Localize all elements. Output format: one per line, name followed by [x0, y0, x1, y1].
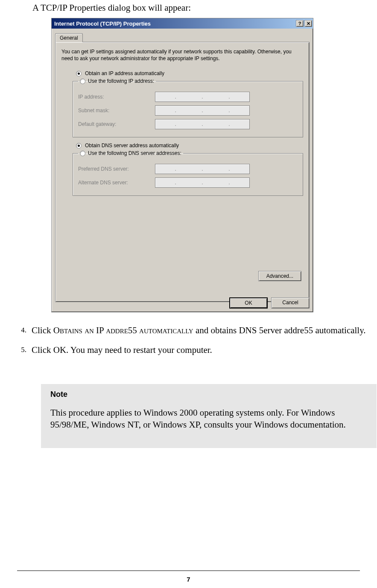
step-4: 4. Click Obtains an IP addre55 automatic… [17, 324, 367, 336]
page-number: 7 [0, 576, 377, 583]
label-preferred-dns: Preferred DNS server: [78, 166, 155, 172]
step-emphasis: Obtains an IP addre55 automatically [53, 325, 196, 335]
radio-ip-manual[interactable]: Use the following IP address: [78, 78, 156, 84]
step-emphasis: OK [53, 345, 66, 355]
radio-dns-auto[interactable]: Obtain DNS server address automatically [76, 143, 303, 148]
step-5: 5. Click OK. You may need to restart you… [17, 344, 367, 356]
cancel-button[interactable]: Cancel [271, 297, 310, 309]
radio-label: Use the following IP address: [88, 78, 154, 84]
subnet-mask-field: ... [155, 105, 250, 116]
note-title: Note [41, 384, 377, 403]
step-text: Click [32, 345, 53, 355]
radio-icon [76, 71, 82, 76]
help-icon[interactable]: ? [296, 20, 304, 27]
dialog-body: General You can get IP settings assigned… [52, 29, 313, 306]
radio-label: Obtain DNS server address automatically [85, 143, 179, 148]
dialog-description: You can get IP settings assigned automat… [61, 48, 303, 62]
step-number: 5. [17, 344, 26, 356]
radio-label: Obtain an IP address automatically [85, 70, 164, 76]
radio-icon [80, 79, 85, 84]
label-subnet-mask: Subnet mask: [78, 108, 155, 114]
document-page: A TCP/IP Properties dialog box will appe… [0, 0, 377, 588]
step-text: and obtains DNS 5erver addre55 automatic… [196, 325, 366, 335]
tab-general[interactable]: General [55, 33, 83, 42]
label-alternate-dns: Alternate DNS server: [78, 180, 155, 186]
footer-rule [17, 571, 360, 571]
step-number: 4. [17, 324, 26, 336]
note-box: Note This procedure applies to Windows 2… [41, 384, 377, 448]
group-ip-manual: Use the following IP address: IP address… [73, 78, 303, 137]
tcpip-properties-dialog: Internet Protocol (TCP/IP) Properties ? … [51, 18, 313, 312]
advanced-button[interactable]: Advanced... [258, 271, 301, 281]
note-body: This procedure applies to Windows 2000 o… [41, 403, 377, 448]
intro-text: A TCP/IP Properties dialog box will appe… [32, 3, 191, 13]
step-text: Click [32, 325, 53, 335]
dialog-title: Internet Protocol (TCP/IP) Properties [54, 20, 296, 27]
dialog-titlebar: Internet Protocol (TCP/IP) Properties ? … [52, 18, 313, 29]
label-ip-address: IP address: [78, 94, 155, 100]
radio-icon [76, 143, 82, 148]
label-default-gateway: Default gateway: [78, 121, 155, 127]
default-gateway-field: ... [155, 119, 250, 129]
close-icon[interactable]: ✕ [304, 20, 312, 27]
radio-label: Use the following DNS server addresses: [88, 150, 181, 156]
ok-button[interactable]: OK [229, 297, 268, 309]
radio-icon [80, 151, 85, 156]
alternate-dns-field: ... [155, 178, 250, 188]
instruction-steps: 4. Click Obtains an IP addre55 automatic… [17, 324, 367, 364]
step-text: . You may need to restart your computer. [66, 345, 212, 355]
preferred-dns-field: ... [155, 164, 250, 174]
radio-dns-manual[interactable]: Use the following DNS server addresses: [78, 150, 183, 156]
ip-address-field: ... [155, 92, 250, 102]
tab-content: You can get IP settings assigned automat… [55, 42, 310, 302]
radio-ip-auto[interactable]: Obtain an IP address automatically [76, 70, 303, 76]
group-dns-manual: Use the following DNS server addresses: … [73, 150, 303, 196]
